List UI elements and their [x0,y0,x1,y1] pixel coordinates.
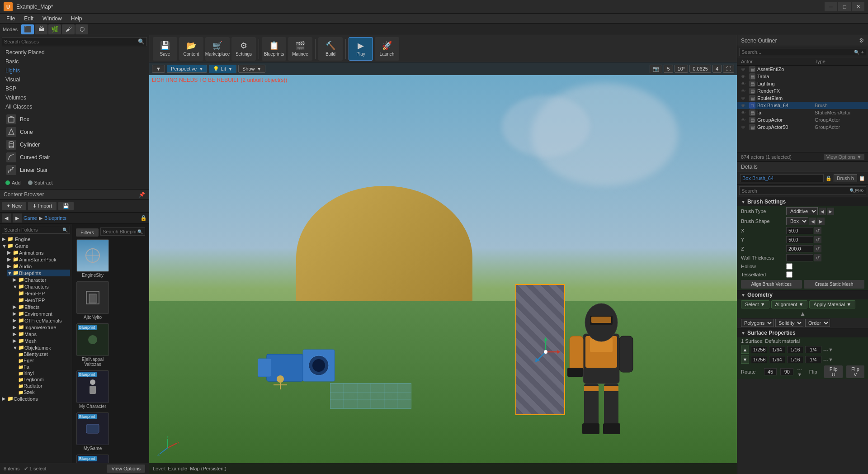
cb-path-game[interactable]: Game [24,215,37,221]
cat-all-classes[interactable]: All Classes [2,102,147,111]
tree-blueprints[interactable]: ▼ 📁 Blueprints [7,270,70,276]
so-add-icon[interactable]: + [861,49,864,55]
search-blueprints-input[interactable] [103,229,137,234]
ol-renderfx[interactable]: 👁 ▤ RenderFX [737,87,868,95]
select-geometry-button[interactable]: Select ▼ [741,300,769,308]
search-classes-input[interactable] [4,39,138,44]
brush-z-input[interactable] [786,245,813,252]
cat-recently-placed[interactable]: Recently Placed [2,48,147,57]
placed-box[interactable]: Box [4,113,145,126]
cb-new-button[interactable]: ✦ New [2,202,26,210]
ol-fa[interactable]: 👁 ▤ fa StaticMeshActor [737,109,868,116]
vp-setting4[interactable]: 4 [712,65,722,73]
cat-visual[interactable]: Visual [2,75,147,84]
brush-type-select[interactable]: Additive [786,207,818,215]
content-button[interactable]: 📂 Content [179,37,203,61]
cb-forward-button[interactable]: ▶ [13,213,22,223]
tree-engine[interactable]: ▶ 📁 Engine [2,236,70,242]
rotate-45-btn[interactable]: 45 [764,368,777,375]
wall-thickness-reset[interactable]: ↺ [814,254,821,261]
alignment-button[interactable]: Alignment ▼ [771,300,808,308]
eye-icon-groupactor[interactable]: 👁 [741,118,747,123]
brush-y-input[interactable] [786,236,813,243]
hollow-checkbox[interactable] [786,263,793,270]
play-button[interactable]: ▶ Play [349,37,373,61]
eye-icon-lighting[interactable]: 👁 [741,81,747,86]
asset-ajtonjito[interactable]: AjtoNyito [76,281,109,320]
dp-search-input[interactable] [741,188,849,194]
pan-dots-2[interactable]: ---▼ [823,357,833,362]
ol-lighting[interactable]: 👁 ▤ Lighting [737,80,868,87]
tree-game[interactable]: ▼ 📁 Game [2,242,70,249]
pan-v2-64[interactable]: 1/64 [769,356,785,363]
create-static-mesh-button[interactable]: Create Static Mesh [804,280,865,289]
tree-gtfreematerials[interactable]: ▶ 📁 GTFreeMaterials [13,317,70,324]
bsp-subtract-button[interactable]: Subtract [28,180,53,185]
so-settings-button[interactable]: ⚙ [859,37,864,44]
brush-type-right[interactable]: ▶ [827,208,834,215]
tree-effects[interactable]: ▶ 📁 Effects [13,303,70,310]
perspective-button[interactable]: Perspective ▼ [167,65,207,73]
eye-icon-renderfx[interactable]: 👁 [741,89,747,94]
tree-radiator[interactable]: 📁 Radiator [18,383,70,389]
tree-animstarterpack[interactable]: ▶ 📁 AnimStarterPack [7,256,70,263]
solidity-select[interactable]: Solidity [775,319,803,327]
mode-landscape-button[interactable]: 🏔 [35,24,47,34]
box-brush-obj[interactable] [515,284,565,415]
pan-v1-256[interactable]: 1/256 [751,346,767,353]
brush-shape-left[interactable]: ◀ [809,218,816,225]
vp-setting-angle[interactable]: 10° [675,65,689,73]
marketplace-button[interactable]: 🛒 Marketplace [205,37,230,61]
brush-type-left[interactable]: ◀ [819,208,826,215]
filter-button[interactable]: Filters [76,228,99,237]
surface-properties-header[interactable]: ▼ Surface Properties [737,328,868,337]
tessellated-checkbox[interactable] [786,271,793,278]
search-folders-input[interactable] [4,227,62,232]
placed-linear-stair[interactable]: Linear Stair [4,164,145,176]
apply-material-button[interactable]: Apply Material ▼ [809,300,855,308]
tree-legkondi[interactable]: 📁 Legkondi [18,376,70,383]
eye-icon-epuletelem[interactable]: 👁 [741,96,747,101]
close-button[interactable]: ✕ [852,2,864,11]
wall-thickness-input[interactable] [786,254,813,261]
pan-dots-1[interactable]: ---▼ [823,347,833,352]
menu-file[interactable]: File [2,14,19,24]
show-button[interactable]: Show ▼ [238,65,265,73]
tree-bilentyuzet[interactable]: 📁 Bilentyuzet [18,351,70,357]
menu-window[interactable]: Window [38,14,66,24]
minimize-button[interactable]: ─ [825,2,837,11]
brush-shape-select[interactable]: Box [786,217,808,225]
tree-environment[interactable]: ▶ 📁 Environment [13,310,70,317]
tree-szek[interactable]: 📁 Szek [18,389,70,395]
asset-mygame[interactable]: Blueprint MyGame [76,412,109,451]
cat-lights[interactable]: Lights [2,66,147,75]
tree-maps[interactable]: ▶ 📁 Maps [13,331,70,337]
lit-button[interactable]: 💡 Lit ▼ [209,65,236,73]
tree-audio[interactable]: ▶ 📁 Audio [7,263,70,270]
eye-icon-groupactor50[interactable]: 👁 [741,125,747,130]
mode-foliage-button[interactable]: 🌿 [48,24,61,34]
matinee-button[interactable]: 🎬 Matinee [288,37,312,61]
build-button[interactable]: 🔨 Build [318,37,343,61]
cb-save-content-button[interactable]: 💾 [58,202,74,210]
maximize-button[interactable]: □ [838,2,851,11]
dp-name-input[interactable] [740,174,824,182]
cb-path-blueprints[interactable]: Blueprints [44,215,66,221]
tree-characters[interactable]: ▼ 📁 Characters [13,283,70,290]
pan-v1-64[interactable]: 1/64 [769,346,785,353]
brush-settings-header[interactable]: ▼ Brush Settings [737,197,868,206]
so-view-options-button[interactable]: View Options ▼ [824,154,864,160]
tree-collections[interactable]: ▶ 📁 Collections [2,395,70,402]
cat-bsp[interactable]: BSP [2,84,147,93]
dp-eye-icon[interactable]: 👁 [859,188,864,194]
eye-icon-assetentizo[interactable]: 👁 [741,67,747,72]
asset-myhud[interactable]: Blueprint MyHUD [76,455,109,463]
tree-irinyi[interactable]: 📁 irinyi [18,370,70,376]
rotate-dots[interactable]: ---▼ [797,366,806,377]
polygons-select[interactable]: Polygons [741,319,774,327]
cb-import-button[interactable]: ⬇ Import [28,202,57,210]
eye-icon-boxbrush[interactable]: 👁 [741,103,747,108]
tree-herofpp[interactable]: 📁 HeroFPP [18,290,70,297]
cb-pin-icon[interactable]: 📌 [139,192,145,198]
menu-edit[interactable]: Edit [19,14,38,24]
